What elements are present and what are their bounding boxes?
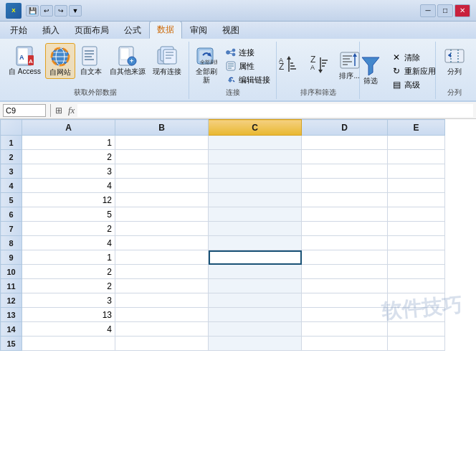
cell-E10[interactable] xyxy=(388,265,445,279)
tab-pagelayout[interactable]: 页面布局 xyxy=(67,22,116,39)
formula-input[interactable] xyxy=(77,104,473,117)
cell-E11[interactable] xyxy=(388,279,445,293)
customize-btn[interactable]: ▼ xyxy=(69,5,82,17)
cell-C8[interactable] xyxy=(209,236,302,250)
undo-btn[interactable]: ↩ xyxy=(40,5,53,17)
cell-A4[interactable]: 4 xyxy=(22,179,115,193)
col-header-a[interactable]: A xyxy=(22,120,115,136)
cell-A9[interactable]: 1 xyxy=(22,250,115,265)
cell-D5[interactable] xyxy=(302,193,388,207)
cell-D15[interactable] xyxy=(302,337,388,351)
col-header-b[interactable]: B xyxy=(115,120,209,136)
cell-ref-box[interactable]: C9 xyxy=(3,104,46,117)
cell-B9[interactable] xyxy=(115,250,209,265)
cell-E14[interactable] xyxy=(388,322,445,337)
cell-C11[interactable] xyxy=(209,279,302,293)
btn-sort-desc[interactable]: Z A xyxy=(304,52,333,77)
cell-A14[interactable]: 4 xyxy=(22,322,115,337)
save-btn[interactable]: 💾 xyxy=(26,5,39,17)
tab-review[interactable]: 审阅 xyxy=(183,22,214,39)
row-header-12[interactable]: 12 xyxy=(1,293,22,308)
cell-C7[interactable] xyxy=(209,222,302,236)
cell-E13[interactable] xyxy=(388,308,445,322)
cell-C12[interactable] xyxy=(209,293,302,308)
cell-D10[interactable] xyxy=(302,265,388,279)
btn-properties[interactable]: 属性 xyxy=(222,60,273,72)
cell-A1[interactable]: 1 xyxy=(22,136,115,150)
tab-home[interactable]: 开始 xyxy=(3,22,34,39)
cell-A7[interactable]: 2 xyxy=(22,222,115,236)
cell-B1[interactable] xyxy=(115,136,209,150)
cell-D7[interactable] xyxy=(302,222,388,236)
cell-C1[interactable] xyxy=(209,136,302,150)
cell-D4[interactable] xyxy=(302,179,388,193)
cell-B8[interactable] xyxy=(115,236,209,250)
cell-B12[interactable] xyxy=(115,293,209,308)
cell-B10[interactable] xyxy=(115,265,209,279)
cell-C9[interactable] xyxy=(209,250,302,265)
window-controls[interactable]: ─ □ ✕ xyxy=(420,4,470,17)
row-header-3[interactable]: 3 xyxy=(1,164,22,179)
row-header-9[interactable]: 9 xyxy=(1,250,22,265)
row-header-10[interactable]: 10 xyxy=(1,265,22,279)
cell-C15[interactable] xyxy=(209,337,302,351)
row-header-1[interactable]: 1 xyxy=(1,136,22,150)
btn-reapply[interactable]: ↻ 重新应用 xyxy=(388,65,439,77)
cell-B14[interactable] xyxy=(115,322,209,337)
cell-E4[interactable] xyxy=(388,179,445,193)
cell-E1[interactable] xyxy=(388,136,445,150)
corner-cell[interactable] xyxy=(1,120,22,136)
cell-B4[interactable] xyxy=(115,179,209,193)
cell-B13[interactable] xyxy=(115,308,209,322)
cell-C5[interactable] xyxy=(209,193,302,207)
tab-data[interactable]: 数据 xyxy=(149,21,182,39)
cell-B7[interactable] xyxy=(115,222,209,236)
cell-A5[interactable]: 12 xyxy=(22,193,115,207)
cell-E12[interactable] xyxy=(388,293,445,308)
cell-B2[interactable] xyxy=(115,150,209,164)
col-header-c[interactable]: C xyxy=(209,120,302,136)
cell-B11[interactable] xyxy=(115,279,209,293)
cell-A10[interactable]: 2 xyxy=(22,265,115,279)
quick-access-toolbar[interactable]: 💾 ↩ ↪ ▼ xyxy=(26,5,82,17)
minimize-btn[interactable]: ─ xyxy=(420,4,436,17)
cell-B6[interactable] xyxy=(115,207,209,222)
cell-D1[interactable] xyxy=(302,136,388,150)
btn-advanced[interactable]: ▤ 高级 xyxy=(388,78,439,91)
cell-E7[interactable] xyxy=(388,222,445,236)
cell-E3[interactable] xyxy=(388,164,445,179)
btn-existing[interactable]: 现有连接 xyxy=(150,43,184,77)
btn-access[interactable]: A A 自 Access xyxy=(6,43,44,77)
cell-D11[interactable] xyxy=(302,279,388,293)
btn-text[interactable]: 自文本 xyxy=(77,43,105,77)
btn-filter[interactable]: 筛选 xyxy=(356,52,385,87)
cell-D6[interactable] xyxy=(302,207,388,222)
cell-E5[interactable] xyxy=(388,193,445,207)
btn-split[interactable]: 分列 xyxy=(440,43,469,77)
row-header-11[interactable]: 11 xyxy=(1,279,22,293)
tab-formula[interactable]: 公式 xyxy=(117,22,148,39)
cell-C2[interactable] xyxy=(209,150,302,164)
btn-clear[interactable]: ✕ 清除 xyxy=(388,51,439,64)
redo-btn[interactable]: ↪ xyxy=(54,5,67,17)
cell-A15[interactable] xyxy=(22,337,115,351)
cell-D3[interactable] xyxy=(302,164,388,179)
cell-C6[interactable] xyxy=(209,207,302,222)
cell-A13[interactable]: 13 xyxy=(22,308,115,322)
cell-C4[interactable] xyxy=(209,179,302,193)
btn-edit-links[interactable]: 编辑链接 xyxy=(222,73,273,86)
col-header-e[interactable]: E xyxy=(388,120,445,136)
row-header-13[interactable]: 13 xyxy=(1,308,22,322)
btn-other[interactable]: + 自其他来源 xyxy=(107,43,148,77)
cell-C10[interactable] xyxy=(209,265,302,279)
row-header-6[interactable]: 6 xyxy=(1,207,22,222)
formula-fx-icon[interactable]: fx xyxy=(68,105,75,116)
btn-sort-asc[interactable]: A Z xyxy=(272,52,301,77)
cell-C3[interactable] xyxy=(209,164,302,179)
restore-btn[interactable]: □ xyxy=(437,4,453,17)
row-header-5[interactable]: 5 xyxy=(1,193,22,207)
cell-E8[interactable] xyxy=(388,236,445,250)
cell-A3[interactable]: 3 xyxy=(22,164,115,179)
cell-A12[interactable]: 3 xyxy=(22,293,115,308)
cell-D13[interactable] xyxy=(302,308,388,322)
